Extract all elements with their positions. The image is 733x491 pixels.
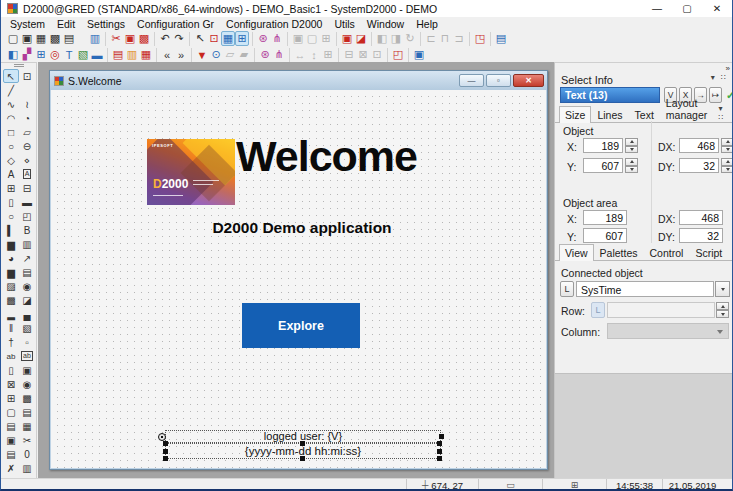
explore-button[interactable]: Explore [242,303,360,348]
tab-layout-manager[interactable]: Layout manager [660,94,719,122]
send-to-back-icon[interactable]: ◪ [354,31,368,46]
tool-ellipse-icon[interactable]: ⊖ [19,139,35,153]
zoom-tool-icon[interactable]: ⊙ [209,47,223,62]
spin-down-icon[interactable] [625,146,638,154]
tool-arc-filled-icon[interactable]: ◔ [19,111,35,125]
back-icon[interactable]: « [160,47,174,62]
filter-icon[interactable]: ▼ [195,47,209,62]
selection-handle-circle[interactable] [158,433,166,441]
tool-bar-multi-icon[interactable]: ▄ [19,307,35,321]
save-icon[interactable]: ▦ [34,31,48,46]
tool-select-rect-icon[interactable]: ⊡ [19,69,35,83]
tool-zero-object-icon[interactable]: 0 [19,447,35,461]
tool-thermometer-icon[interactable]: † [3,335,19,349]
redo-icon[interactable]: ↷ [172,31,186,46]
palette-grip[interactable] [14,64,24,67]
undo-icon[interactable]: ↶ [158,31,172,46]
picture-maximize-button[interactable]: ▫ [486,74,511,87]
tool-rectangle-icon[interactable]: □ [3,125,19,139]
spin-up-icon[interactable] [625,138,638,146]
tool-spin-control-icon[interactable]: ⊞ [3,391,19,405]
pointer-icon[interactable]: ↖ [193,31,207,46]
selection-handle[interactable] [437,441,442,446]
tool-browser-icon[interactable]: ▤ [3,419,19,433]
spin-up-icon[interactable] [721,158,733,166]
picture-minimize-button[interactable]: — [459,74,484,87]
menu-configuration-d2000[interactable]: Configuration D2000 [220,18,328,30]
tab-dynamics[interactable]: Dynamics [728,244,733,260]
x-input[interactable]: 189 [583,138,623,153]
tool-arc-icon[interactable]: ◠ [3,111,19,125]
tool-color-strip-icon[interactable]: ▆ [3,237,19,251]
tool-box-icon[interactable]: ▯ [3,195,19,209]
palette-config-icon[interactable]: ▞ [20,47,34,62]
target-icon[interactable]: ◎ [48,47,62,62]
tab-script[interactable]: Script [689,244,728,260]
picture-close-button[interactable]: ✕ [513,74,544,87]
cmd-icon[interactable]: ▬ [90,47,104,62]
tool-bar-blue-icon[interactable]: ▂ [3,307,19,321]
tab-view[interactable]: View [559,244,594,261]
spin-up-icon[interactable] [721,138,733,146]
tool-polyline-smooth-icon[interactable]: ≀ [19,97,35,111]
panel-collapse-icon[interactable]: » [726,64,730,73]
selected-object-item[interactable]: Text (13) [560,87,660,103]
link-objects-icon[interactable]: ⊛ [258,47,272,62]
tab-control[interactable]: Control [644,244,690,260]
tool-pattern-2-icon[interactable]: ◪ [19,293,35,307]
tool-grid-control-icon[interactable]: ▦ [19,419,35,433]
menu-configuration-gr[interactable]: Configuration Gr [131,18,220,30]
tool-line-icon[interactable]: ╱ [3,83,19,97]
print-icon[interactable]: ▤ [62,31,76,46]
tool-polyline-icon[interactable]: ∿ [3,97,19,111]
tool-pause-display-icon[interactable]: ‖ [3,321,19,335]
tool-push-button-icon[interactable]: ▯ [3,363,19,377]
show-grid-icon[interactable]: ▦ [221,31,235,46]
selection-handle[interactable] [163,449,168,454]
tool-pattern-icon[interactable]: ▩ [3,293,19,307]
close-button[interactable]: ✕ [702,0,732,17]
demo-subtitle[interactable]: D2000 Demo application [182,219,422,237]
picture-icon[interactable]: ▧ [76,47,90,62]
tool-radio-red-icon[interactable]: ◉ [19,279,35,293]
spin-up-icon[interactable] [625,158,638,166]
tool-corner-icon[interactable]: ◰ [19,209,35,223]
bring-to-front-icon[interactable]: ▣ [340,31,354,46]
tool-text-box-icon[interactable]: A [19,167,35,181]
link-type-button[interactable]: L [560,281,574,297]
tool-circle-icon[interactable]: ○ [3,139,19,153]
raise-level-icon[interactable]: ◰ [391,47,405,62]
tab-lines[interactable]: Lines [591,106,628,122]
tool-image-object-icon[interactable]: ▧ [19,321,35,335]
welcome-heading[interactable]: Welcome [236,132,417,181]
tool-radio-button-icon[interactable]: ◉ [19,377,35,391]
paste-link-icon[interactable]: ▦ [139,47,153,62]
tab-size[interactable]: Size [559,106,591,123]
selection-handle[interactable] [163,441,168,446]
tool-report-icon[interactable]: ▤ [3,447,19,461]
open-picture-icon[interactable]: ▣ [20,31,34,46]
tool-diamond-icon[interactable]: ◇ [3,153,19,167]
selection-handle[interactable] [437,449,442,454]
cut-icon[interactable]: ✂ [109,31,123,46]
y-input[interactable]: 607 [583,158,623,173]
tool-gradient-bar-icon[interactable]: ▆ [3,265,19,279]
paste-special-icon[interactable]: ▥ [125,47,139,62]
tool-button-edit-icon[interactable]: B [19,223,35,237]
picture-window[interactable]: S.Welcome — ▫ ✕ IPESOFT D2000 [49,70,548,470]
text-mode-icon[interactable]: T [62,47,76,62]
tab-palettes[interactable]: Palettes [594,244,644,260]
selection-handle[interactable] [437,456,442,461]
view-mode-icon[interactable]: ▣ [412,47,426,62]
tool-window-object-icon[interactable]: ▥ [19,461,35,475]
selection-handle[interactable] [439,434,444,439]
tool-text-icon[interactable]: A [3,167,19,181]
tile-windows-icon[interactable]: ⊞ [34,47,48,62]
tool-bar-graph-icon[interactable]: ▥ [19,237,35,251]
tool-diamond-small-icon[interactable]: ⋄ [19,153,35,167]
spin-down-icon[interactable] [721,166,733,174]
menu-help[interactable]: Help [410,18,444,30]
menu-system[interactable]: System [4,18,51,30]
selection-handle[interactable] [300,456,305,461]
tool-push-button-2-icon[interactable]: ▣ [19,363,35,377]
